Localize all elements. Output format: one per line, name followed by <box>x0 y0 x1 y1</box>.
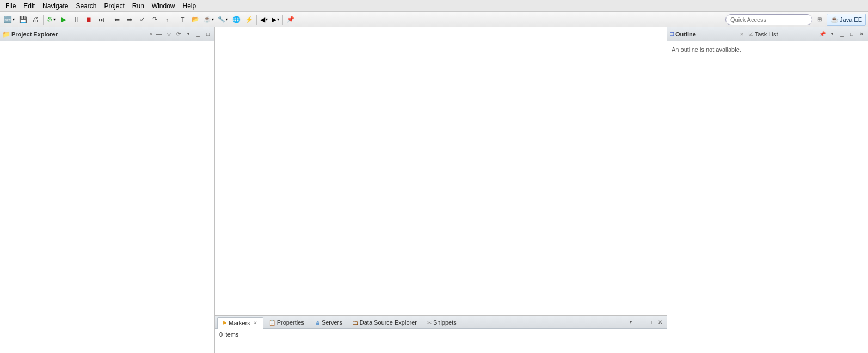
open-resource-button[interactable]: 📂 <box>189 14 201 26</box>
run-button[interactable]: ▶ <box>58 14 70 26</box>
menu-file[interactable]: File <box>2 1 19 11</box>
project-explorer-panel: 📁 Project Explorer ✕ — ▽ ⟳ ▾ _ □ <box>0 27 215 353</box>
outline-max-btn[interactable]: □ <box>847 30 856 39</box>
project-explorer-dropdown-btn[interactable]: ▾ <box>184 30 193 39</box>
next-annotation-button[interactable]: ➡ <box>124 14 136 26</box>
run-ext-icon: ⚙ <box>47 16 53 23</box>
servers-tab-label: Servers <box>322 319 342 326</box>
step-return-icon: ↑ <box>165 16 169 23</box>
open-web-browser-button[interactable]: 🌐 <box>230 14 242 26</box>
disconnect-button[interactable]: ⏭ <box>95 14 107 26</box>
menu-run[interactable]: Run <box>129 1 147 11</box>
next-annotation-icon: ➡ <box>127 16 132 23</box>
menu-window[interactable]: Window <box>149 1 178 11</box>
save-icon: 💾 <box>19 16 27 23</box>
project-explorer-close-icon[interactable]: ✕ <box>149 32 153 37</box>
project-explorer-folder-icon: 📁 <box>2 31 10 38</box>
forward-button[interactable]: ▶ ▾ <box>270 14 281 26</box>
sep2 <box>109 15 109 25</box>
java-ee-perspective-button[interactable]: ☕ Java EE <box>827 14 866 26</box>
project-explorer-title: Project Explorer <box>11 31 147 38</box>
outline-pin-icon: 📌 <box>819 31 826 37</box>
markers-tab-close[interactable]: ✕ <box>252 320 258 326</box>
new-java-icon: ☕ <box>204 16 211 23</box>
outline-tab-label[interactable]: Outline <box>675 31 737 38</box>
tab-snippets[interactable]: ✂ Snippets <box>422 317 461 328</box>
toolbar-file-group: 🆕 ▾ 💾 🖨 <box>2 14 41 26</box>
prev-annotation-icon: ⬅ <box>114 16 120 23</box>
project-explorer-collapse-btn[interactable]: ▽ <box>164 30 173 39</box>
prev-annotation-button[interactable]: ⬅ <box>111 14 123 26</box>
bottom-panel-view-menu-btn[interactable]: ▾ <box>626 318 635 327</box>
outline-close-btn[interactable]: ✕ <box>857 30 866 39</box>
tab-markers[interactable]: ⚑ Markers ✕ <box>217 317 263 329</box>
suspend-button[interactable]: ⏸ <box>70 14 82 26</box>
print-icon: 🖨 <box>32 16 39 23</box>
open-perspective-button[interactable]: ⊞ <box>815 14 824 26</box>
new-java-button[interactable]: ☕ ▾ <box>202 14 216 26</box>
open-web-services-button[interactable]: ⚡ <box>243 14 255 26</box>
bottom-panel-max-btn[interactable]: □ <box>646 318 655 327</box>
new-button[interactable]: 🆕 ▾ <box>2 14 16 26</box>
outline-panel-header: ⊟ Outline ✕ ☑ Task List 📌 ▾ _ □ <box>667 27 868 41</box>
outline-min-btn[interactable]: _ <box>838 30 846 39</box>
data-source-tab-icon: 🗃 <box>353 320 358 326</box>
project-explorer-min-btn2[interactable]: _ <box>194 30 202 39</box>
bottom-panel-content: 0 items <box>215 329 667 353</box>
project-explorer-sync-btn[interactable]: ⟳ <box>174 30 183 39</box>
sep1 <box>43 15 44 25</box>
open-type-icon: T <box>181 16 185 23</box>
step-return-button[interactable]: ↑ <box>161 14 173 26</box>
sep5 <box>282 15 283 25</box>
snippets-tab-label: Snippets <box>433 319 457 326</box>
outline-pin-btn[interactable]: 📌 <box>818 30 827 39</box>
toolbar-nav-group: ⬅ ➡ ↙ ↷ ↑ <box>111 14 173 26</box>
project-explorer-minimize-btn[interactable]: — <box>155 30 163 39</box>
suspend-icon: ⏸ <box>73 16 79 23</box>
sep3 <box>175 15 175 25</box>
java-ee-icon: ☕ <box>830 16 839 23</box>
menu-search[interactable]: Search <box>72 1 100 11</box>
step-into-button[interactable]: ↙ <box>136 14 148 26</box>
menu-edit[interactable]: Edit <box>20 1 38 11</box>
outline-panel-controls: 📌 ▾ _ □ ✕ <box>818 30 866 39</box>
markers-status: 0 items <box>217 330 664 339</box>
quick-access-input[interactable] <box>725 14 812 25</box>
outline-dropdown-icon: ▾ <box>831 32 833 36</box>
sync-icon: ⟳ <box>176 31 181 37</box>
bottom-panel: ⚑ Markers ✕ 📋 Properties 🖥 Servers 🗃 Dat… <box>215 316 667 353</box>
pin-button[interactable]: 📌 <box>285 14 297 26</box>
project-explorer-max-btn[interactable]: □ <box>204 30 212 39</box>
outline-dropdown-btn[interactable]: ▾ <box>828 30 836 39</box>
outline-tab-close-icon[interactable]: ✕ <box>740 32 744 37</box>
bottom-max-icon: □ <box>649 319 652 325</box>
back-button[interactable]: ◀ ▾ <box>258 14 269 26</box>
new-icon: 🆕 <box>4 16 12 23</box>
bottom-panel-min-btn[interactable]: _ <box>636 318 645 327</box>
max-icon: □ <box>206 31 210 37</box>
tab-data-source-explorer[interactable]: 🗃 Data Source Explorer <box>348 317 422 328</box>
project-explorer-header: 📁 Project Explorer ✕ — ▽ ⟳ ▾ _ □ <box>0 27 214 41</box>
outline-panel-content: An outline is not available. <box>667 41 868 353</box>
run-config-button[interactable]: 🔧 ▾ <box>216 14 230 26</box>
toolbar: 🆕 ▾ 💾 🖨 ⚙ ▾ ▶ ⏸ ⏹ ⏭ ⬅ <box>0 12 868 27</box>
menu-help[interactable]: Help <box>180 1 200 11</box>
menu-project[interactable]: Project <box>101 1 127 11</box>
outline-message: An outline is not available. <box>672 46 741 53</box>
menu-navigate[interactable]: Navigate <box>39 1 71 11</box>
bottom-panel-close-btn[interactable]: ✕ <box>656 318 664 327</box>
properties-tab-label: Properties <box>277 319 304 326</box>
open-type-button[interactable]: T <box>177 14 189 26</box>
task-list-tab-label[interactable]: Task List <box>755 31 817 38</box>
print-button[interactable]: 🖨 <box>29 14 41 26</box>
tab-properties[interactable]: 📋 Properties <box>264 317 309 328</box>
run-ext-button[interactable]: ⚙ ▾ <box>45 14 57 26</box>
tab-servers[interactable]: 🖥 Servers <box>310 317 347 328</box>
run-icon: ▶ <box>61 15 66 23</box>
servers-tab-icon: 🖥 <box>315 320 320 326</box>
save-button[interactable]: 💾 <box>17 14 29 26</box>
step-over-button[interactable]: ↷ <box>149 14 161 26</box>
stop-button[interactable]: ⏹ <box>83 14 95 26</box>
bottom-min-icon: _ <box>639 319 642 325</box>
open-resource-icon: 📂 <box>192 16 199 23</box>
